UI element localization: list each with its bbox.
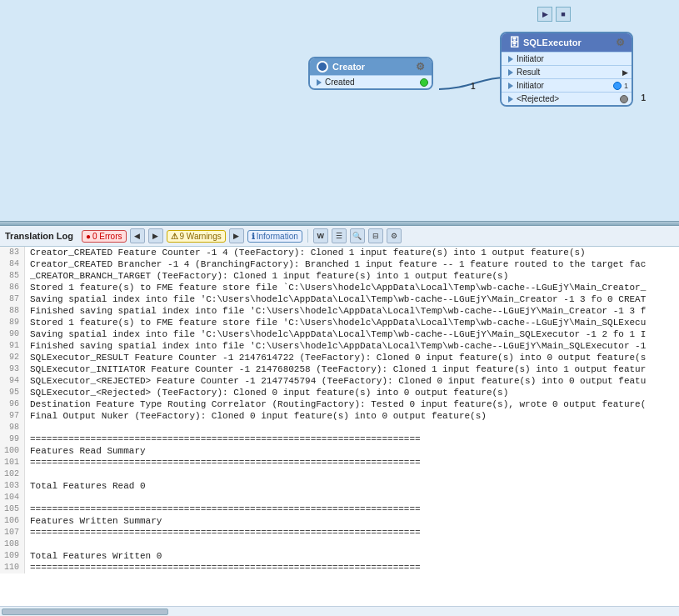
log-btn-search[interactable]: 🔍	[350, 228, 365, 243]
scrollbar-thumb[interactable]	[2, 608, 168, 615]
sqlexecutor-port-rejected: <Rejected>	[502, 92, 632, 105]
log-line-text: Creator_CREATED Brancher -1 4 (Branching…	[25, 258, 646, 270]
log-line-text: Stored 1 feature(s) to FME feature store…	[25, 317, 646, 328]
sqlexecutor-port-result: Result ▶	[502, 65, 632, 78]
port-blue-dot	[613, 82, 622, 90]
error-icon: ●	[86, 232, 91, 241]
log-btn-filter[interactable]: ⊟	[368, 228, 383, 243]
log-line: 91Finished saving spatial index into fil…	[0, 340, 679, 352]
creator-node[interactable]: Creator ⚙ Created	[308, 57, 433, 90]
log-line-number: 103	[0, 480, 25, 492]
stop-button[interactable]: ■	[556, 7, 571, 22]
warning-icon: ⚠	[171, 232, 178, 241]
creator-node-header[interactable]: Creator ⚙	[310, 58, 432, 75]
log-line-number: 88	[0, 305, 25, 317]
log-line-number: 104	[0, 492, 25, 503]
log-line: 89Stored 1 feature(s) to FME feature sto…	[0, 317, 679, 328]
initiator-out-number: 1	[624, 82, 628, 90]
log-line-text: Creator_CREATED Feature Counter -1 4 (Te…	[25, 247, 586, 258]
canvas-toolbar: ▶ ■	[537, 7, 571, 22]
port-arrow-icon	[317, 79, 322, 86]
log-line: 93SQLExecutor_INITIATOR Feature Counter …	[0, 363, 679, 375]
log-line-number: 98	[0, 422, 25, 433]
errors-next-btn[interactable]: ▶	[148, 228, 163, 243]
creator-port-created: Created	[310, 75, 432, 88]
log-line-text: Finished saving spatial index into file …	[25, 340, 646, 352]
log-panel: Translation Log ● 0 Errors ◀ ▶ ⚠ 9 Warni…	[0, 226, 679, 616]
log-content[interactable]: 83Creator_CREATED Feature Counter -1 4 (…	[0, 247, 679, 606]
log-toolbar: Translation Log ● 0 Errors ◀ ▶ ⚠ 9 Warni…	[0, 226, 679, 247]
log-line-text: ========================================…	[25, 457, 421, 468]
port-arrow-icon-4	[508, 83, 513, 89]
log-line-number: 84	[0, 258, 25, 270]
log-line-text: Destination Feature Type Routing Correla…	[25, 398, 646, 410]
log-line-number: 99	[0, 433, 25, 445]
log-line-text: Features Read Summary	[25, 445, 146, 457]
log-line-number: 83	[0, 247, 25, 258]
log-line-number: 97	[0, 410, 25, 422]
log-line-text: SQLExecutor_<Rejected> (TeeFactory): Clo…	[25, 387, 508, 398]
log-line: 101=====================================…	[0, 457, 679, 468]
log-btn-list[interactable]: ☰	[332, 228, 347, 243]
log-line-number: 86	[0, 282, 25, 293]
errors-badge[interactable]: ● 0 Errors	[82, 230, 127, 243]
port-green-dot	[420, 78, 428, 87]
log-line: 97Final Output Nuker (TeeFactory): Clone…	[0, 410, 679, 422]
info-badge[interactable]: ℹ Information	[247, 230, 302, 243]
port-arrow-icon-5	[508, 96, 513, 103]
log-line-number: 108	[0, 538, 25, 550]
connection-label: 1	[471, 82, 476, 91]
log-line-number: 93	[0, 363, 25, 375]
log-btn-w[interactable]: W	[313, 228, 328, 243]
log-line-text	[25, 538, 30, 550]
log-line-number: 101	[0, 457, 25, 468]
log-line-text: Finished saving spatial index into file …	[25, 305, 646, 317]
log-btn-settings[interactable]: ⚙	[387, 228, 402, 243]
log-line-text: ========================================…	[25, 433, 421, 445]
log-line-number: 110	[0, 562, 25, 573]
info-icon: ℹ	[252, 232, 255, 241]
log-line: 99======================================…	[0, 433, 679, 445]
log-line-text: ========================================…	[25, 527, 421, 538]
log-line-number: 102	[0, 468, 25, 480]
log-line-number: 96	[0, 398, 25, 410]
log-line: 103Total Features Read 0	[0, 480, 679, 492]
log-line: 102	[0, 468, 679, 480]
sqlexecutor-node[interactable]: 🗄 SQLExecutor ⚙ Initiator Result ▶ Initi…	[500, 32, 633, 107]
sqlexecutor-initiator-in-label: Initiator	[517, 54, 544, 63]
horizontal-scrollbar[interactable]	[0, 606, 679, 616]
errors-label: 0 Errors	[92, 232, 122, 241]
log-line-number: 105	[0, 503, 25, 515]
log-line-text	[25, 422, 30, 433]
errors-prev-btn[interactable]: ◀	[130, 228, 145, 243]
log-line: 90Saving spatial index into file 'C:\Use…	[0, 328, 679, 340]
log-line-number: 109	[0, 550, 25, 562]
log-line: 92SQLExecutor_RESULT Feature Counter -1 …	[0, 352, 679, 363]
log-line-text: SQLExecutor_INITIATOR Feature Counter -1…	[25, 363, 646, 375]
toolbar-separator-1	[307, 229, 308, 243]
log-line-number: 85	[0, 270, 25, 282]
log-line-number: 94	[0, 375, 25, 387]
sqlexecutor-node-header[interactable]: 🗄 SQLExecutor ⚙	[502, 33, 632, 52]
log-line: 106 Features Written Summary	[0, 515, 679, 527]
log-line-text: ========================================…	[25, 503, 421, 515]
warnings-badge[interactable]: ⚠ 9 Warnings	[167, 230, 226, 243]
log-line-text: Stored 1 feature(s) to FME feature store…	[25, 282, 646, 293]
creator-gear-icon[interactable]: ⚙	[416, 61, 425, 73]
sqlexecutor-node-title: SQLExecutor	[523, 38, 582, 48]
warnings-next-btn[interactable]: ▶	[229, 228, 244, 243]
log-line-text: SQLExecutor_<REJECTED> Feature Counter -…	[25, 375, 646, 387]
log-line: 83Creator_CREATED Feature Counter -1 4 (…	[0, 247, 679, 258]
log-line: 96Destination Feature Type Routing Corre…	[0, 398, 679, 410]
creator-created-label: Created	[325, 78, 355, 87]
log-line: 86Stored 1 feature(s) to FME feature sto…	[0, 282, 679, 293]
sqlexecutor-rejected-label: <Rejected>	[517, 94, 559, 103]
port-arrow-icon-2	[508, 56, 513, 63]
creator-node-title: Creator	[332, 62, 365, 72]
sqlexecutor-gear-icon[interactable]: ⚙	[616, 37, 625, 48]
result-arrow-out: ▶	[622, 68, 628, 77]
sqlexecutor-port-initiator-out: Initiator 1	[502, 78, 632, 92]
canvas-area: ▶ ■ 1 1 Creator ⚙ Created 🗄	[0, 0, 679, 221]
run-button[interactable]: ▶	[537, 7, 552, 22]
creator-node-icon	[317, 61, 328, 73]
